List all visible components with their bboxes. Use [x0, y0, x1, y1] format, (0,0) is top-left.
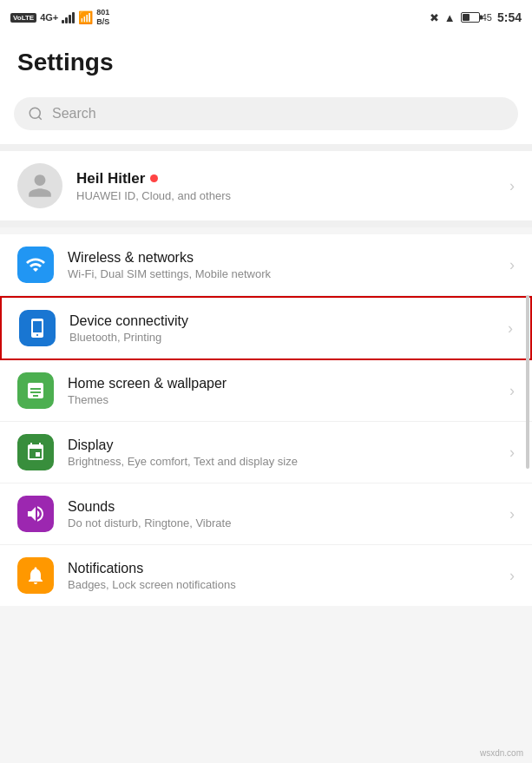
account-section: Heil Hitler HUAWEI ID, Cloud, and others… — [0, 151, 532, 220]
search-icon — [28, 106, 43, 122]
vibrate-icon: ▲ — [444, 11, 456, 24]
display-icon — [25, 442, 46, 463]
wifi-icon — [25, 254, 46, 275]
status-left: VoLTE 4G+ 📶 801 B/S — [10, 8, 109, 27]
account-info: Heil Hitler HUAWEI ID, Cloud, and others — [76, 170, 496, 202]
search-bar[interactable]: Search — [14, 97, 518, 130]
sounds-subtitle: Do not disturb, Ringtone, Vibrate — [68, 516, 496, 529]
display-icon-box — [17, 434, 54, 470]
device-connectivity-subtitle: Bluetooth, Printing — [69, 331, 494, 344]
page-title: Settings — [17, 49, 515, 76]
device-connectivity-title: Device connectivity — [69, 313, 494, 329]
account-item[interactable]: Heil Hitler HUAWEI ID, Cloud, and others… — [0, 151, 532, 220]
settings-item-sounds[interactable]: Sounds Do not disturb, Ringtone, Vibrate… — [0, 483, 532, 545]
battery-fill — [463, 14, 470, 21]
notifications-text: Notifications Badges, Lock screen notifi… — [68, 561, 496, 591]
wifi-status-icon: 📶 — [78, 10, 93, 24]
settings-list: Wireless & networks Wi-Fi, Dual SIM sett… — [0, 234, 532, 606]
search-placeholder: Search — [52, 106, 96, 122]
sounds-icon — [25, 503, 46, 524]
device-icon-box — [19, 310, 56, 346]
notifications-title: Notifications — [68, 561, 496, 576]
home-screen-text: Home screen & wallpaper Themes — [68, 376, 496, 406]
page-header: Settings — [0, 35, 532, 90]
sounds-chevron: › — [509, 505, 515, 523]
status-bar: VoLTE 4G+ 📶 801 B/S ✖ ▲ 45 5:54 — [0, 0, 532, 35]
account-subtitle: HUAWEI ID, Cloud, and others — [76, 189, 496, 202]
divider-1 — [0, 144, 532, 151]
device-connectivity-icon — [27, 318, 48, 339]
sounds-text: Sounds Do not disturb, Ringtone, Vibrate — [68, 499, 496, 529]
account-name: Heil Hitler — [76, 170, 496, 187]
settings-item-display[interactable]: Display Brightness, Eye comfort, Text an… — [0, 422, 532, 483]
display-text: Display Brightness, Eye comfort, Text an… — [68, 437, 496, 468]
volte-badge: VoLTE — [10, 13, 36, 23]
wireless-icon-box — [17, 247, 54, 283]
wireless-text: Wireless & networks Wi-Fi, Dual SIM sett… — [68, 250, 496, 280]
notifications-subtitle: Badges, Lock screen notifications — [68, 578, 496, 591]
settings-item-notifications[interactable]: Notifications Badges, Lock screen notifi… — [0, 545, 532, 606]
battery-container: 45 — [461, 12, 492, 23]
home-screen-icon — [25, 380, 46, 401]
network-type: 4G+ — [40, 12, 58, 23]
wireless-subtitle: Wi-Fi, Dual SIM settings, Mobile network — [68, 267, 496, 280]
settings-item-home-screen[interactable]: Home screen & wallpaper Themes › — [0, 360, 532, 422]
avatar-icon — [26, 172, 54, 200]
divider-2 — [0, 220, 532, 227]
home-screen-subtitle: Themes — [68, 393, 496, 406]
display-title: Display — [68, 437, 496, 453]
account-chevron: › — [509, 177, 515, 195]
status-right: ✖ ▲ 45 5:54 — [430, 10, 522, 24]
notifications-chevron: › — [509, 567, 515, 585]
avatar — [17, 163, 62, 208]
home-icon-box — [17, 372, 54, 409]
wireless-title: Wireless & networks — [68, 250, 496, 266]
online-indicator — [150, 174, 158, 182]
notifications-icon — [25, 565, 46, 586]
notifications-icon-box — [17, 557, 54, 594]
sounds-title: Sounds — [68, 499, 496, 515]
display-subtitle: Brightness, Eye comfort, Text and displa… — [68, 455, 496, 468]
settings-item-device-connectivity[interactable]: Device connectivity Bluetooth, Printing … — [0, 296, 532, 360]
svg-line-1 — [38, 116, 41, 119]
home-screen-chevron: › — [509, 382, 515, 400]
settings-item-wireless[interactable]: Wireless & networks Wi-Fi, Dual SIM sett… — [0, 234, 532, 296]
account-name-text: Heil Hitler — [76, 170, 145, 187]
home-screen-title: Home screen & wallpaper — [68, 376, 496, 391]
wireless-chevron: › — [509, 256, 515, 274]
clock: 5:54 — [497, 10, 522, 24]
device-connectivity-chevron: › — [508, 319, 513, 338]
data-speed: 801 B/S — [96, 8, 109, 27]
watermark: wsxdn.com — [480, 748, 523, 758]
svg-point-0 — [30, 108, 40, 118]
display-chevron: › — [509, 444, 515, 462]
search-container: Search — [0, 90, 532, 144]
sounds-icon-box — [17, 496, 54, 532]
battery-icon — [461, 12, 480, 23]
bluetooth-icon: ✖ — [430, 11, 439, 24]
scrollbar[interactable] — [526, 295, 529, 469]
device-connectivity-text: Device connectivity Bluetooth, Printing — [69, 313, 494, 344]
battery-percent: 45 — [482, 12, 492, 23]
signal-icon — [62, 11, 75, 23]
